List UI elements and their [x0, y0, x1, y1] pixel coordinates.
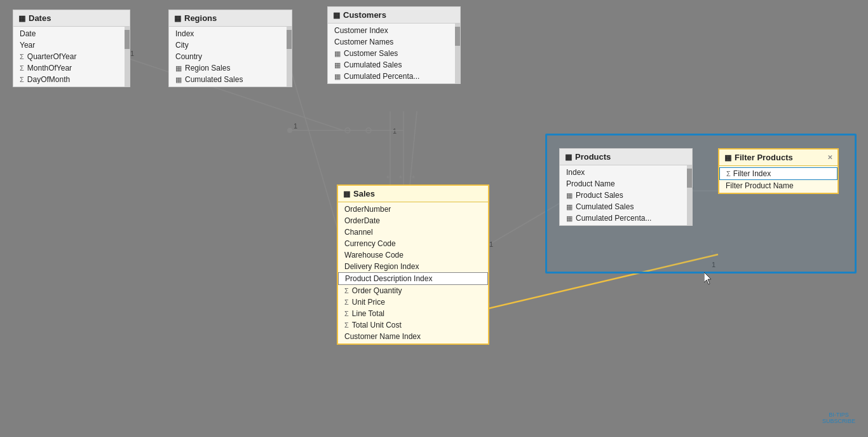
- regions-table-header: ▦ Regions: [169, 10, 292, 27]
- field-name: Product Name: [566, 179, 615, 188]
- table-row: ▦Cumulated Sales: [560, 201, 686, 212]
- svg-line-18: [483, 254, 718, 310]
- grid-icon: ▦: [566, 191, 573, 200]
- filter-products-title: Filter Products: [735, 153, 793, 162]
- field-name: Cumulated Sales: [344, 60, 402, 69]
- products-title: Products: [575, 152, 611, 162]
- table-row: ΣDayOfMonth: [13, 74, 123, 85]
- field-name: Total Unit Cost: [352, 321, 402, 329]
- scrollbar[interactable]: [287, 27, 292, 87]
- table-row: Currency Code: [338, 238, 488, 249]
- scroll-thumb[interactable]: [287, 30, 292, 49]
- table-row: Filter Product Name: [719, 180, 837, 191]
- table-row: Index: [169, 28, 285, 39]
- field-name: Channel: [344, 228, 373, 237]
- field-name: Unit Price: [352, 298, 385, 307]
- scroll-thumb[interactable]: [687, 169, 692, 188]
- customers-table: ▦ Customers Customer Index Customer Name…: [327, 6, 461, 84]
- svg-text:1: 1: [489, 240, 493, 248]
- field-name: Cumulated Sales: [576, 202, 634, 211]
- table-row: Date: [13, 28, 123, 39]
- sales-title: Sales: [353, 189, 375, 198]
- table-row: ▦Cumulated Sales: [169, 74, 285, 85]
- grid-icon: ▦: [334, 61, 341, 69]
- field-name: Product Description Index: [345, 274, 432, 283]
- field-name: Order Quantity: [352, 286, 402, 295]
- sigma-icon: Σ: [20, 53, 24, 60]
- sales-product-description-row[interactable]: Product Description Index: [338, 272, 488, 285]
- mouse-cursor: [704, 272, 714, 285]
- sales-table-body: OrderNumber OrderDate Channel Currency C…: [338, 202, 488, 343]
- table-row: Customer Names: [328, 36, 454, 48]
- dates-table-body: Date Year ΣQuarterOfYear ΣMonthOfYear ΣD…: [13, 27, 130, 87]
- field-name: Cumulated Percenta...: [576, 214, 651, 223]
- dates-title: Dates: [29, 13, 51, 23]
- svg-point-13: [366, 128, 371, 133]
- table-row: Product Name: [560, 178, 686, 190]
- scrollbar[interactable]: [687, 165, 692, 225]
- watermark-line1: BI-TIPS: [822, 412, 855, 418]
- regions-table: ▦ Regions Index City Country ▦Region Sal…: [168, 10, 292, 87]
- table-row: Year: [13, 39, 123, 51]
- field-name: Currency Code: [344, 239, 396, 248]
- watermark-line2: SUBSCRIBE: [822, 418, 855, 424]
- table-grid-icon: ▦: [333, 11, 340, 20]
- filter-products-table-body: Σ Filter Index Filter Product Name: [719, 166, 837, 193]
- field-name: Index: [175, 29, 194, 38]
- field-name: Line Total: [352, 309, 384, 318]
- regions-title: Regions: [184, 13, 217, 23]
- products-table-body: Index Product Name ▦Product Sales ▦Cumul…: [560, 165, 692, 225]
- table-row: Warehouse Code: [338, 249, 488, 261]
- svg-line-16: [483, 204, 559, 248]
- table-grid-icon: ▦: [343, 190, 350, 198]
- sigma-icon: Σ: [726, 170, 731, 177]
- field-name: Cumulated Percenta...: [344, 72, 419, 81]
- field-name: Region Sales: [185, 64, 230, 73]
- table-row: Channel: [338, 226, 488, 238]
- diagram-canvas: 1 1 1 * * * 1 * * 1 1 ▦ D: [0, 0, 868, 437]
- field-name: Index: [566, 168, 585, 177]
- watermark: BI-TIPS SUBSCRIBE: [822, 412, 855, 424]
- svg-text:1: 1: [294, 122, 297, 130]
- table-row: ΣQuarterOfYear: [13, 51, 123, 62]
- regions-table-body: Index City Country ▦Region Sales ▦Cumula…: [169, 27, 292, 87]
- field-name: Customer Names: [334, 38, 393, 46]
- field-name: Delivery Region Index: [344, 262, 419, 271]
- table-row: ▦Cumulated Percenta...: [328, 71, 454, 82]
- field-name: Filter Index: [733, 169, 771, 178]
- sigma-icon: Σ: [344, 287, 349, 295]
- field-name: Date: [20, 29, 36, 38]
- field-name: Year: [20, 41, 35, 50]
- table-row: ▦Region Sales: [169, 62, 285, 74]
- svg-text:1: 1: [712, 261, 715, 268]
- field-name: MonthOfYear: [27, 64, 72, 73]
- grid-icon: ▦: [175, 64, 182, 73]
- scroll-thumb[interactable]: [455, 27, 460, 46]
- products-table: ▦ Products Index Product Name ▦Product S…: [559, 148, 693, 226]
- table-row: OrderDate: [338, 215, 488, 226]
- table-row: ▦Cumulated Sales: [328, 59, 454, 71]
- field-name: City: [175, 41, 189, 50]
- sigma-icon: Σ: [344, 298, 349, 306]
- scrollbar[interactable]: [125, 27, 130, 87]
- scroll-thumb[interactable]: [125, 30, 130, 49]
- scrollbar[interactable]: [455, 24, 460, 83]
- sigma-icon: Σ: [344, 310, 349, 317]
- table-row: ΣTotal Unit Cost: [338, 319, 488, 331]
- table-row: Delivery Region Index: [338, 261, 488, 272]
- sigma-icon: Σ: [20, 64, 24, 72]
- filter-index-row[interactable]: Σ Filter Index: [719, 167, 837, 180]
- svg-text:*: *: [386, 174, 390, 183]
- grid-icon: ▦: [334, 73, 341, 81]
- customers-title: Customers: [343, 10, 386, 20]
- field-name: Customer Sales: [344, 49, 398, 58]
- table-row: Country: [169, 51, 285, 62]
- table-row: ΣUnit Price: [338, 296, 488, 308]
- close-icon[interactable]: ✕: [827, 154, 832, 161]
- table-row: Customer Index: [328, 25, 454, 36]
- dates-table-header: ▦ Dates: [13, 10, 130, 27]
- field-name: Customer Name Index: [344, 332, 421, 341]
- field-name: Product Sales: [576, 191, 623, 200]
- field-name: OrderDate: [344, 216, 380, 225]
- grid-icon: ▦: [175, 76, 182, 84]
